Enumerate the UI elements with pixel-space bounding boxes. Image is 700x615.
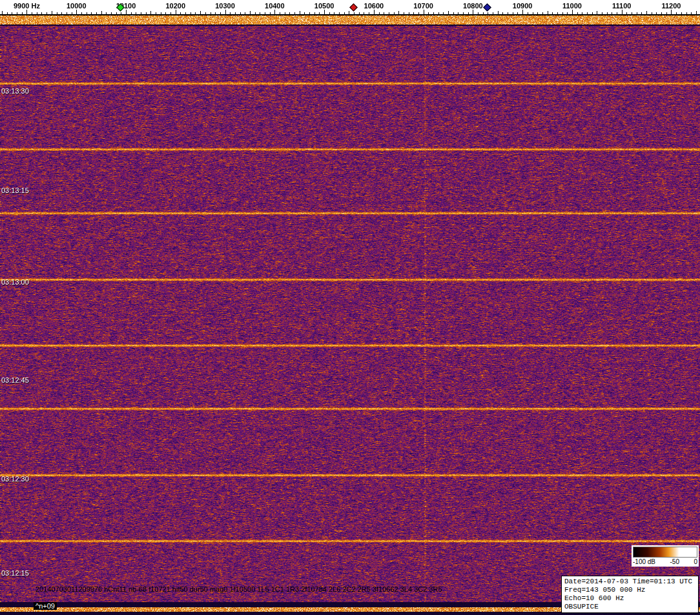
spectrogram-window: 03:13:3003:13:1503:13:0003:12:4503:12:30… xyxy=(0,0,700,615)
db-gradient-bar xyxy=(633,547,697,558)
db-legend-labels: -100 dB -50 0 xyxy=(633,558,697,565)
time-label: 03:12:45 xyxy=(1,376,29,384)
info-station-line: OBSUPICE xyxy=(564,603,695,611)
time-label: 03:13:30 xyxy=(1,87,29,95)
legend-max-label: 0 xyxy=(694,558,697,565)
info-date-line: Date=2014-07-03 Time=01:13 UTC xyxy=(564,578,695,586)
time-label: 03:12:15 xyxy=(1,569,29,577)
spectrogram-canvas xyxy=(0,15,700,615)
frame-counter: ^n+09 xyxy=(34,602,57,610)
detection-status-line: 20140703011209976 hCnt11 nb-68 f10721 hi… xyxy=(36,585,442,593)
info-freq-line: Freq=143 050 000 Hz xyxy=(564,586,695,594)
observation-info-box: Date=2014-07-03 Time=01:13 UTC Freq=143 … xyxy=(561,576,699,613)
time-label: 03:13:15 xyxy=(1,187,29,194)
info-echo-line: Echo=10 600 Hz xyxy=(564,594,695,603)
db-color-legend: -100 dB -50 0 xyxy=(632,545,699,567)
time-label: 03:12:30 xyxy=(1,475,29,483)
time-label: 03:13:00 xyxy=(1,278,29,286)
legend-mid-label: -50 xyxy=(670,558,679,565)
legend-min-label: -100 dB xyxy=(633,558,655,565)
